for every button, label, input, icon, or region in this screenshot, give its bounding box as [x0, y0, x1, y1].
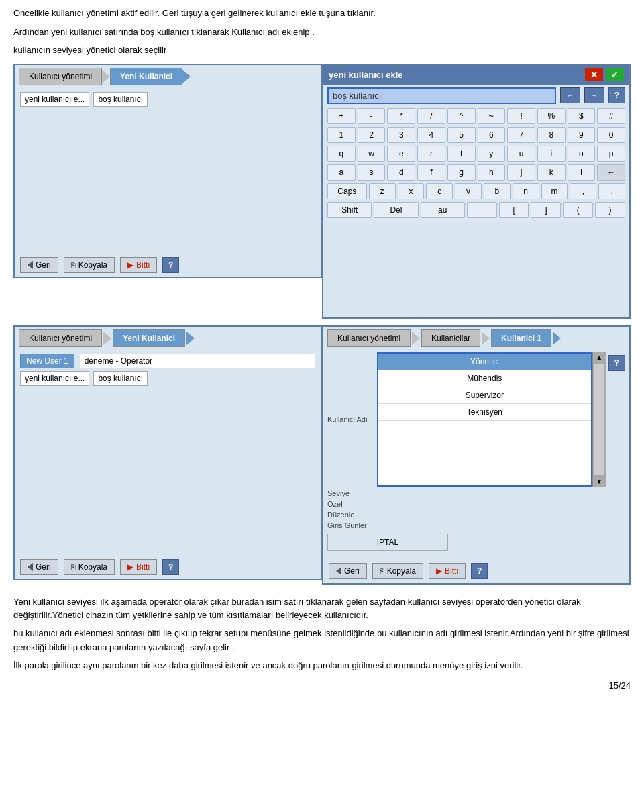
kb-u[interactable]: u	[507, 146, 535, 162]
kb-q[interactable]: q	[327, 146, 356, 162]
btn-help-top[interactable]: ?	[162, 257, 179, 273]
btn-geri-bottom[interactable]: Geri	[20, 559, 58, 575]
kb-7[interactable]: 7	[507, 127, 535, 143]
kb-help-btn[interactable]: ?	[608, 87, 625, 103]
tab-user1-right[interactable]: Kullanici 1	[491, 329, 551, 347]
right-form: Kullanici Adı Yönetici Mühendis Superviz…	[323, 350, 629, 554]
kb-4[interactable]: 4	[417, 127, 445, 143]
kb-percent[interactable]: %	[537, 108, 566, 124]
kb-d[interactable]: d	[387, 164, 415, 181]
level-yonetici[interactable]: Yönetici	[378, 354, 591, 370]
level-teknisyen[interactable]: Teknisyen	[378, 404, 591, 421]
scroll-up-icon[interactable]: ▲	[594, 352, 604, 362]
tab-user-management-top[interactable]: Kullanıcı yönetimi	[19, 68, 102, 85]
kb-caret[interactable]: ^	[447, 108, 476, 124]
kb-l[interactable]: l	[568, 164, 596, 181]
kb-0[interactable]: 0	[597, 127, 625, 143]
user-1-cell[interactable]: New User 1	[20, 354, 74, 368]
kb-p[interactable]: p	[597, 146, 625, 162]
keyboard-confirm-btn[interactable]: ✓	[606, 68, 624, 81]
tab-new-user-top[interactable]: Yeni Kullanici	[110, 68, 182, 85]
kb-2[interactable]: 2	[358, 127, 386, 143]
kb-au[interactable]: au	[421, 202, 465, 218]
kb-y[interactable]: y	[478, 146, 506, 162]
kb-bracketright[interactable]: ]	[531, 202, 561, 218]
empty-user-input-bottom[interactable]: boş kullanıcı	[93, 371, 148, 386]
kb-e[interactable]: e	[387, 146, 415, 162]
user-1-detail[interactable]: deneme - Operator	[80, 354, 315, 368]
kb-del[interactable]: Del	[374, 202, 418, 218]
scroll-down-icon[interactable]: ▼	[594, 476, 604, 487]
kb-f[interactable]: f	[417, 164, 445, 181]
kb-comma[interactable]: ,	[570, 183, 596, 199]
kb-s[interactable]: s	[358, 164, 386, 181]
btn-iptal[interactable]: IPTAL	[327, 534, 448, 551]
kb-t[interactable]: t	[447, 146, 476, 162]
btn-kopyala-top[interactable]: ⎘ Kopyala	[64, 257, 115, 273]
kb-r[interactable]: r	[417, 146, 445, 162]
kb-i[interactable]: i	[537, 146, 566, 162]
new-user-input-bottom[interactable]: yeni kullanıcı e...	[20, 371, 89, 386]
kb-j[interactable]: j	[507, 164, 535, 181]
kb-m[interactable]: m	[541, 183, 568, 199]
keyboard-input-field[interactable]	[327, 87, 556, 104]
btn-geri-right[interactable]: Geri	[329, 563, 367, 579]
kb-v[interactable]: v	[455, 183, 482, 199]
btn-help-right[interactable]: ?	[471, 563, 488, 579]
btn-bitti-top[interactable]: ▶ Bitti	[120, 257, 157, 273]
kb-a[interactable]: a	[327, 164, 356, 181]
kb-3[interactable]: 3	[387, 127, 415, 143]
kb-parenright[interactable]: )	[595, 202, 625, 218]
kb-tilde[interactable]: ~	[478, 108, 506, 124]
btn-geri-top[interactable]: Geri	[20, 257, 58, 273]
tab-new-user-bottom[interactable]: Yeni Kullanici	[113, 329, 185, 347]
new-user-input-top[interactable]: yeni kullanıcı e...	[20, 92, 89, 107]
kb-plus[interactable]: +	[327, 108, 356, 124]
kb-9[interactable]: 9	[568, 127, 596, 143]
kb-excl[interactable]: !	[507, 108, 535, 124]
btn-help-level[interactable]: ?	[608, 355, 625, 371]
btn-kopyala-bottom[interactable]: ⎘ Kopyala	[64, 559, 115, 575]
kb-backspace-btn[interactable]: ←	[560, 87, 580, 103]
kb-bracketleft[interactable]: [	[499, 202, 529, 218]
kb-caps[interactable]: Caps	[327, 183, 367, 199]
kb-slash[interactable]: /	[417, 108, 445, 124]
kb-k[interactable]: k	[537, 164, 566, 181]
kb-row-asdf: a s d f g h j k l ←	[323, 163, 629, 182]
kb-z[interactable]: z	[369, 183, 396, 199]
kb-x[interactable]: x	[398, 183, 425, 199]
kb-period[interactable]: .	[598, 183, 625, 199]
kb-w[interactable]: w	[358, 146, 386, 162]
kb-h[interactable]: h	[478, 164, 506, 181]
kb-minus[interactable]: -	[358, 108, 386, 124]
kb-n[interactable]: n	[513, 183, 539, 199]
kb-backspace[interactable]: ←	[597, 164, 625, 181]
kb-6[interactable]: 6	[478, 127, 506, 143]
input-row-bottom: yeni kullanıcı e... boş kullanıcı	[20, 371, 315, 386]
level-supervizor[interactable]: Supervizor	[378, 387, 591, 404]
kb-o[interactable]: o	[568, 146, 596, 162]
btn-help-bottom[interactable]: ?	[162, 559, 179, 575]
btn-kopyala-right[interactable]: ⎘ Kopyala	[372, 563, 423, 579]
kb-g[interactable]: g	[447, 164, 476, 181]
kb-hash[interactable]: #	[597, 108, 625, 124]
tab-users-right[interactable]: Kullanicilar	[421, 329, 480, 347]
kb-forward-btn[interactable]: →	[584, 87, 604, 103]
keyboard-close-btn[interactable]: ✕	[585, 68, 603, 81]
kb-shift[interactable]: Shift	[327, 202, 372, 218]
kb-b[interactable]: b	[484, 183, 511, 199]
kb-star[interactable]: *	[387, 108, 415, 124]
tab-user-management-bottom[interactable]: Kullanıcı yönetimi	[19, 329, 102, 347]
desc-para3: İlk parola girilince aynı parolanın bir …	[13, 659, 631, 673]
kb-8[interactable]: 8	[537, 127, 566, 143]
btn-bitti-bottom[interactable]: ▶ Bitti	[120, 559, 157, 575]
kb-1[interactable]: 1	[327, 127, 356, 143]
kb-parenleft[interactable]: (	[563, 202, 593, 218]
empty-user-input-top[interactable]: boş kullanıcı	[93, 92, 148, 107]
tab-user-management-right[interactable]: Kullanıcı yönetimi	[327, 329, 411, 347]
btn-bitti-right[interactable]: ▶ Bitti	[429, 563, 466, 579]
level-muhendis[interactable]: Mühendis	[378, 370, 591, 387]
kb-c[interactable]: c	[426, 183, 453, 199]
kb-5[interactable]: 5	[447, 127, 476, 143]
kb-dollar[interactable]: $	[568, 108, 596, 124]
